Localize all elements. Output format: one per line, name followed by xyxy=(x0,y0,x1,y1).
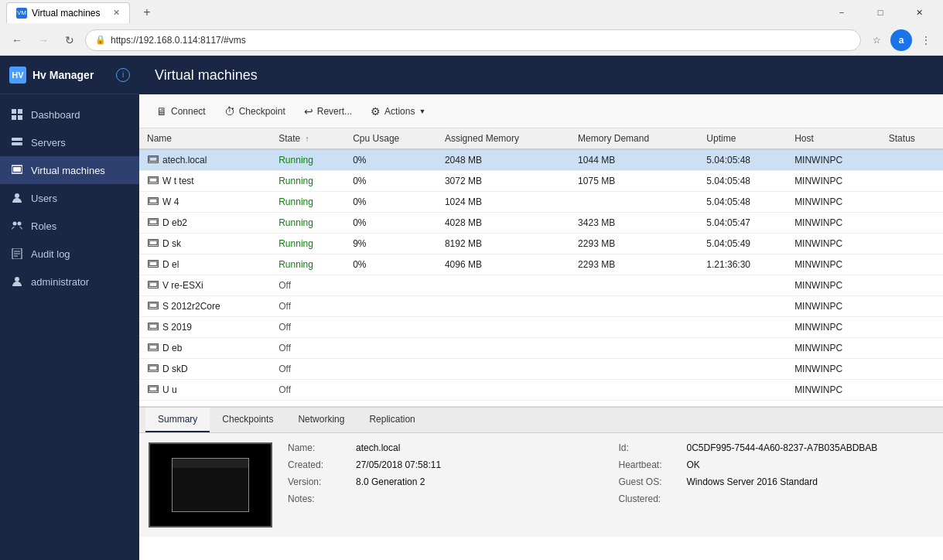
table-row[interactable]: W t test Running 0% 3072 MB 1075 MB 5.04… xyxy=(139,171,943,192)
vm-name: atech.local xyxy=(162,155,207,166)
vm-mem-demand xyxy=(570,401,699,408)
vm-host: MINWINPC xyxy=(787,275,881,296)
col-cpu[interactable]: Cpu Usage xyxy=(345,128,437,149)
minimize-button[interactable]: − xyxy=(824,0,859,25)
browser-tab[interactable]: VM Virtual machines ✕ xyxy=(6,2,130,23)
svg-rect-25 xyxy=(149,220,157,224)
version-value: 8.0 Generation 2 xyxy=(356,476,425,487)
sidebar-item-audit-log[interactable]: Audit log xyxy=(0,240,139,268)
tab-summary[interactable]: Summary xyxy=(145,408,210,432)
heartbeat-label: Heartbeat: xyxy=(619,459,681,470)
vm-status xyxy=(881,317,943,338)
toolbar: 🖥 Connect ⏱ Checkpoint ↩ Revert... ⚙ Act… xyxy=(139,94,943,128)
tab-close-button[interactable]: ✕ xyxy=(113,8,120,18)
details-panel: Summary Checkpoints Networking Replicati… xyxy=(139,407,943,537)
vm-row-icon xyxy=(147,154,159,166)
sidebar-item-dashboard[interactable]: Dashboard xyxy=(0,101,139,128)
svg-rect-35 xyxy=(149,324,157,329)
name-value: atech.local xyxy=(356,442,400,453)
table-row[interactable]: D eb Off MINWINPC xyxy=(139,338,943,359)
new-tab-button[interactable]: + xyxy=(136,2,158,23)
table-row[interactable]: D eb2 Running 0% 4028 MB 3423 MB 5.04:05… xyxy=(139,213,943,234)
maximize-button[interactable]: □ xyxy=(863,0,898,25)
vm-assigned-mem: 1024 MB xyxy=(437,192,570,213)
vm-row-icon xyxy=(147,217,159,229)
close-button[interactable]: ✕ xyxy=(901,0,937,25)
star-icon[interactable]: ☆ xyxy=(866,29,887,51)
svg-point-6 xyxy=(20,138,22,140)
vm-row-icon xyxy=(147,196,159,208)
table-row[interactable]: atech.local Running 0% 2048 MB 1044 MB 5… xyxy=(139,149,943,171)
vm-mem-demand: 1044 MB xyxy=(570,149,699,171)
menu-icon[interactable]: ⋮ xyxy=(915,29,937,51)
table-row[interactable]: h v2016 Off MINWINPC xyxy=(139,401,943,408)
table-row[interactable]: D sk Running 9% 8192 MB 2293 MB 5.04:05:… xyxy=(139,234,943,254)
user-avatar[interactable]: a xyxy=(890,29,912,51)
vm-name-cell: D sk xyxy=(139,234,271,254)
vm-name: D eb2 xyxy=(162,217,187,228)
vm-mem-demand: 2293 MB xyxy=(570,254,699,275)
vm-cpu: 0% xyxy=(345,254,437,275)
audit-icon xyxy=(11,248,23,260)
vm-name: D skD xyxy=(162,364,188,374)
svg-point-12 xyxy=(18,222,22,226)
table-row[interactable]: D skD Off MINWINPC xyxy=(139,359,943,380)
col-assigned-mem[interactable]: Assigned Memory xyxy=(437,128,570,149)
vm-name-cell: D eb xyxy=(139,338,271,359)
svg-rect-2 xyxy=(12,115,16,120)
col-status[interactable]: Status xyxy=(881,128,943,149)
tab-replication[interactable]: Replication xyxy=(357,408,427,432)
info-id-row: Id: 0C5DF995-7544-4A60-8237-A7B035ABDBAB xyxy=(619,442,934,453)
lock-icon: 🔒 xyxy=(95,35,106,45)
sidebar-item-administrator[interactable]: administrator xyxy=(0,268,139,295)
vm-row-icon xyxy=(147,342,159,354)
table-row[interactable]: S 2019 Off MINWINPC xyxy=(139,317,943,338)
vm-name-cell: D skD xyxy=(139,359,271,380)
connect-icon: 🖥 xyxy=(156,105,167,118)
col-state[interactable]: State ↑ xyxy=(271,128,345,149)
sidebar-item-users[interactable]: Users xyxy=(0,184,139,212)
url-bar[interactable]: 🔒 https://192.168.0.114:8117/#vms xyxy=(85,29,861,51)
servers-label: Servers xyxy=(31,137,66,149)
sidebar-item-roles[interactable]: Roles xyxy=(0,212,139,240)
actions-button[interactable]: ⚙ Actions ▼ xyxy=(363,100,433,123)
sidebar-item-virtual-machines[interactable]: Virtual machines xyxy=(0,156,139,184)
tab-networking[interactable]: Networking xyxy=(285,408,357,432)
audit-log-label: Audit log xyxy=(31,248,70,260)
vm-row-icon xyxy=(147,363,159,375)
col-mem-demand[interactable]: Memory Demand xyxy=(570,128,699,149)
svg-rect-41 xyxy=(149,387,157,391)
col-host[interactable]: Host xyxy=(787,128,881,149)
col-name[interactable]: Name xyxy=(139,128,271,149)
forward-button[interactable]: → xyxy=(32,29,54,51)
vm-name-cell: atech.local xyxy=(139,149,271,171)
revert-button[interactable]: ↩ Revert... xyxy=(296,100,360,123)
table-row[interactable]: W 4 Running 0% 1024 MB 5.04:05:48 MINWIN… xyxy=(139,192,943,213)
sidebar: HV Hv Manager i Dashboard Servers xyxy=(0,56,139,560)
connect-button[interactable]: 🖥 Connect xyxy=(149,100,214,123)
tab-title: Virtual machines xyxy=(32,8,101,19)
vm-name-cell: W t test xyxy=(139,171,271,192)
checkpoint-button[interactable]: ⏱ Checkpoint xyxy=(217,100,293,123)
url-text: https://192.168.0.114:8117/#vms xyxy=(111,35,246,46)
vm-state: Off xyxy=(271,317,345,338)
vm-host: MINWINPC xyxy=(787,296,881,317)
vm-host: MINWINPC xyxy=(787,213,881,234)
vm-host: MINWINPC xyxy=(787,317,881,338)
tab-checkpoints[interactable]: Checkpoints xyxy=(210,408,285,432)
sidebar-item-servers[interactable]: Servers xyxy=(0,128,139,156)
vm-uptime xyxy=(699,380,787,401)
vm-row-icon xyxy=(147,321,159,333)
svg-rect-21 xyxy=(149,178,157,183)
vm-state: Running xyxy=(271,171,345,192)
logo-info-icon[interactable]: i xyxy=(116,68,130,82)
svg-rect-29 xyxy=(149,261,157,266)
col-uptime[interactable]: Uptime xyxy=(699,128,787,149)
vm-cpu xyxy=(345,401,437,408)
back-button[interactable]: ← xyxy=(6,29,28,51)
table-row[interactable]: U u Off MINWINPC xyxy=(139,380,943,401)
table-row[interactable]: D el Running 0% 4096 MB 2293 MB 1.21:36:… xyxy=(139,254,943,275)
table-row[interactable]: V re-ESXi Off MINWINPC xyxy=(139,275,943,296)
reload-button[interactable]: ↻ xyxy=(59,29,80,51)
table-row[interactable]: S 2012r2Core Off MINWINPC xyxy=(139,296,943,317)
